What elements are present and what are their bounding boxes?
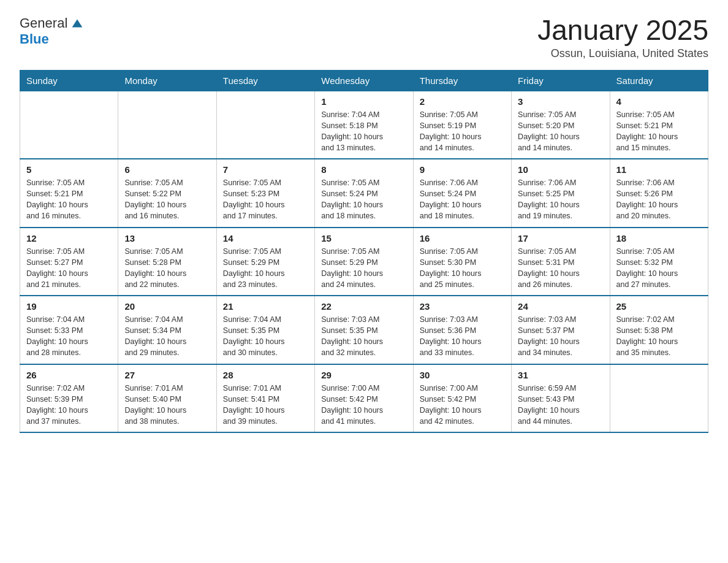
day-number: 8 — [321, 164, 406, 175]
day-info: Sunrise: 7:06 AMSunset: 5:26 PMDaylight:… — [616, 177, 702, 222]
calendar-cell: 11Sunrise: 7:06 AMSunset: 5:26 PMDayligh… — [610, 159, 708, 228]
day-number: 11 — [616, 164, 702, 175]
logo: General Blue — [20, 15, 86, 47]
day-number: 22 — [321, 301, 406, 312]
calendar-cell: 1Sunrise: 7:04 AMSunset: 5:18 PMDaylight… — [315, 91, 413, 159]
logo-triangle-icon — [69, 15, 86, 32]
day-number: 2 — [420, 96, 505, 107]
calendar-cell: 25Sunrise: 7:02 AMSunset: 5:38 PMDayligh… — [610, 296, 708, 364]
calendar-cell: 13Sunrise: 7:05 AMSunset: 5:28 PMDayligh… — [118, 228, 216, 296]
calendar-cell: 20Sunrise: 7:04 AMSunset: 5:34 PMDayligh… — [118, 296, 216, 364]
calendar-cell: 7Sunrise: 7:05 AMSunset: 5:23 PMDaylight… — [216, 159, 314, 228]
day-number: 23 — [420, 301, 505, 312]
day-number: 18 — [616, 233, 702, 243]
day-number: 15 — [321, 233, 406, 243]
day-info: Sunrise: 6:59 AMSunset: 5:43 PMDaylight:… — [518, 383, 603, 427]
day-number: 27 — [124, 370, 210, 380]
calendar-cell: 19Sunrise: 7:04 AMSunset: 5:33 PMDayligh… — [20, 296, 118, 364]
calendar-cell: 28Sunrise: 7:01 AMSunset: 5:41 PMDayligh… — [216, 364, 314, 433]
calendar-cell: 29Sunrise: 7:00 AMSunset: 5:42 PMDayligh… — [315, 364, 413, 433]
weekday-header-thursday: Thursday — [413, 70, 511, 91]
logo-text-blue: Blue — [20, 31, 49, 47]
calendar-week-row: 5Sunrise: 7:05 AMSunset: 5:21 PMDaylight… — [20, 159, 708, 228]
day-number: 20 — [124, 301, 210, 312]
weekday-header-monday: Monday — [118, 70, 216, 91]
calendar-cell: 14Sunrise: 7:05 AMSunset: 5:29 PMDayligh… — [216, 228, 314, 296]
calendar-cell: 17Sunrise: 7:05 AMSunset: 5:31 PMDayligh… — [512, 228, 610, 296]
day-number: 3 — [518, 96, 603, 107]
calendar-cell: 27Sunrise: 7:01 AMSunset: 5:40 PMDayligh… — [118, 364, 216, 433]
day-info: Sunrise: 7:04 AMSunset: 5:34 PMDaylight:… — [124, 314, 210, 359]
day-info: Sunrise: 7:05 AMSunset: 5:31 PMDaylight:… — [518, 246, 603, 291]
day-info: Sunrise: 7:05 AMSunset: 5:27 PMDaylight:… — [26, 246, 112, 291]
calendar-cell: 12Sunrise: 7:05 AMSunset: 5:27 PMDayligh… — [20, 228, 118, 296]
calendar-cell: 9Sunrise: 7:06 AMSunset: 5:24 PMDaylight… — [413, 159, 511, 228]
calendar-cell: 10Sunrise: 7:06 AMSunset: 5:25 PMDayligh… — [512, 159, 610, 228]
calendar-cell: 18Sunrise: 7:05 AMSunset: 5:32 PMDayligh… — [610, 228, 708, 296]
day-info: Sunrise: 7:05 AMSunset: 5:30 PMDaylight:… — [420, 246, 505, 291]
weekday-header-tuesday: Tuesday — [216, 70, 314, 91]
day-info: Sunrise: 7:04 AMSunset: 5:18 PMDaylight:… — [321, 109, 406, 154]
day-info: Sunrise: 7:05 AMSunset: 5:24 PMDaylight:… — [321, 177, 406, 222]
calendar-header-row: SundayMondayTuesdayWednesdayThursdayFrid… — [20, 70, 708, 91]
day-info: Sunrise: 7:01 AMSunset: 5:41 PMDaylight:… — [223, 383, 308, 427]
calendar-cell: 26Sunrise: 7:02 AMSunset: 5:39 PMDayligh… — [20, 364, 118, 433]
day-number: 5 — [26, 164, 112, 175]
weekday-header-friday: Friday — [512, 70, 610, 91]
day-number: 21 — [223, 301, 308, 312]
day-number: 17 — [518, 233, 603, 243]
day-number: 30 — [420, 370, 505, 380]
calendar-week-row: 12Sunrise: 7:05 AMSunset: 5:27 PMDayligh… — [20, 228, 708, 296]
day-info: Sunrise: 7:04 AMSunset: 5:35 PMDaylight:… — [223, 314, 308, 359]
calendar-cell: 30Sunrise: 7:00 AMSunset: 5:42 PMDayligh… — [413, 364, 511, 433]
day-number: 9 — [420, 164, 505, 175]
day-number: 12 — [26, 233, 112, 243]
day-info: Sunrise: 7:05 AMSunset: 5:29 PMDaylight:… — [223, 246, 308, 291]
day-number: 24 — [518, 301, 603, 312]
day-number: 31 — [518, 370, 603, 380]
day-info: Sunrise: 7:06 AMSunset: 5:24 PMDaylight:… — [420, 177, 505, 222]
day-number: 4 — [616, 96, 702, 107]
day-number: 25 — [616, 301, 702, 312]
location: Ossun, Louisiana, United States — [537, 47, 708, 60]
calendar-cell: 16Sunrise: 7:05 AMSunset: 5:30 PMDayligh… — [413, 228, 511, 296]
calendar-cell: 5Sunrise: 7:05 AMSunset: 5:21 PMDaylight… — [20, 159, 118, 228]
day-info: Sunrise: 7:01 AMSunset: 5:40 PMDaylight:… — [124, 383, 210, 427]
day-info: Sunrise: 7:00 AMSunset: 5:42 PMDaylight:… — [321, 383, 406, 427]
day-info: Sunrise: 7:02 AMSunset: 5:38 PMDaylight:… — [616, 314, 702, 359]
calendar-cell — [216, 91, 314, 159]
calendar-week-row: 26Sunrise: 7:02 AMSunset: 5:39 PMDayligh… — [20, 364, 708, 433]
day-info: Sunrise: 7:03 AMSunset: 5:36 PMDaylight:… — [420, 314, 505, 359]
calendar-week-row: 1Sunrise: 7:04 AMSunset: 5:18 PMDaylight… — [20, 91, 708, 159]
day-number: 26 — [26, 370, 112, 380]
calendar-cell: 15Sunrise: 7:05 AMSunset: 5:29 PMDayligh… — [315, 228, 413, 296]
calendar-cell: 24Sunrise: 7:03 AMSunset: 5:37 PMDayligh… — [512, 296, 610, 364]
svg-marker-0 — [72, 19, 83, 27]
day-number: 29 — [321, 370, 406, 380]
calendar-cell: 3Sunrise: 7:05 AMSunset: 5:20 PMDaylight… — [512, 91, 610, 159]
title-block: January 2025 Ossun, Louisiana, United St… — [537, 15, 708, 60]
day-info: Sunrise: 7:02 AMSunset: 5:39 PMDaylight:… — [26, 383, 112, 427]
day-number: 19 — [26, 301, 112, 312]
calendar-cell: 21Sunrise: 7:04 AMSunset: 5:35 PMDayligh… — [216, 296, 314, 364]
day-number: 6 — [124, 164, 210, 175]
day-info: Sunrise: 7:03 AMSunset: 5:35 PMDaylight:… — [321, 314, 406, 359]
day-info: Sunrise: 7:03 AMSunset: 5:37 PMDaylight:… — [518, 314, 603, 359]
page-header: General Blue January 2025 Ossun, Louisia… — [20, 15, 708, 60]
day-info: Sunrise: 7:05 AMSunset: 5:29 PMDaylight:… — [321, 246, 406, 291]
day-number: 14 — [223, 233, 308, 243]
weekday-header-sunday: Sunday — [20, 70, 118, 91]
day-info: Sunrise: 7:04 AMSunset: 5:33 PMDaylight:… — [26, 314, 112, 359]
calendar-week-row: 19Sunrise: 7:04 AMSunset: 5:33 PMDayligh… — [20, 296, 708, 364]
calendar-cell: 2Sunrise: 7:05 AMSunset: 5:19 PMDaylight… — [413, 91, 511, 159]
day-info: Sunrise: 7:05 AMSunset: 5:21 PMDaylight:… — [616, 109, 702, 154]
day-number: 28 — [223, 370, 308, 380]
calendar-cell: 22Sunrise: 7:03 AMSunset: 5:35 PMDayligh… — [315, 296, 413, 364]
calendar-table: SundayMondayTuesdayWednesdayThursdayFrid… — [20, 70, 708, 434]
day-info: Sunrise: 7:05 AMSunset: 5:19 PMDaylight:… — [420, 109, 505, 154]
calendar-cell — [610, 364, 708, 433]
day-info: Sunrise: 7:05 AMSunset: 5:20 PMDaylight:… — [518, 109, 603, 154]
day-info: Sunrise: 7:06 AMSunset: 5:25 PMDaylight:… — [518, 177, 603, 222]
month-title: January 2025 — [537, 15, 708, 46]
weekday-header-wednesday: Wednesday — [315, 70, 413, 91]
